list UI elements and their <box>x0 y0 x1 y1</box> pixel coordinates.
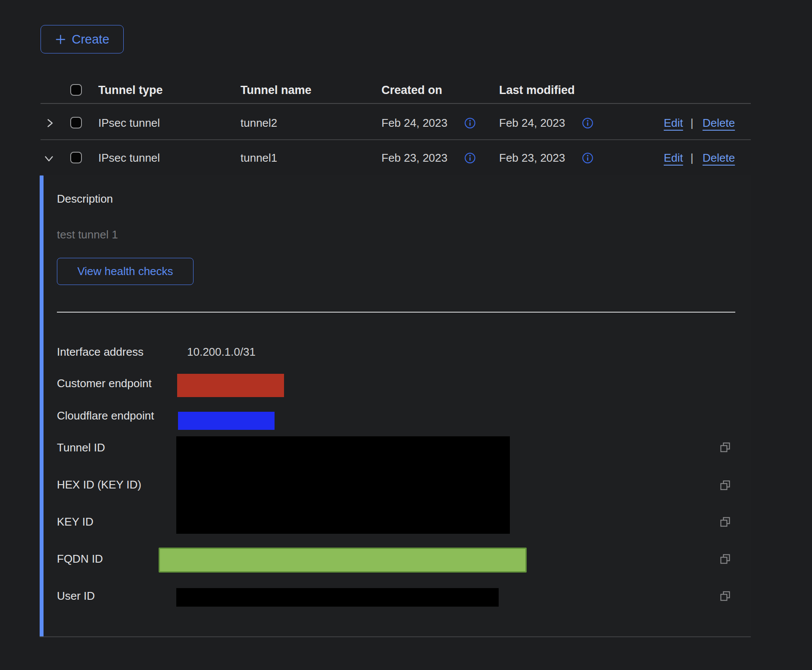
action-separator: | <box>690 116 693 130</box>
select-row-checkbox[interactable] <box>70 152 82 163</box>
header-divider <box>41 103 751 104</box>
copy-icon[interactable] <box>719 553 731 565</box>
tunnel-details-panel: Description test tunnel 1 View health ch… <box>40 175 751 637</box>
hex-id-label: HEX ID (KEY ID) <box>57 478 141 492</box>
tunnel-type-cell: IPsec tunnel <box>98 151 160 165</box>
section-divider <box>57 312 735 313</box>
last-modified-cell: Feb 23, 2023 <box>499 151 565 165</box>
column-header-last-modified: Last modified <box>499 84 575 97</box>
interface-address-label: Interface address <box>57 345 144 359</box>
key-id-label: KEY ID <box>57 515 94 529</box>
view-health-checks-label: View health checks <box>77 265 173 278</box>
description-value: test tunnel 1 <box>57 228 118 241</box>
cloudflare-endpoint-label: Cloudflare endpoint <box>57 409 154 423</box>
fqdn-id-label: FQDN ID <box>57 552 103 566</box>
create-button-label: Create <box>72 32 109 47</box>
cloudflare-endpoint-redaction <box>178 412 275 430</box>
action-separator: | <box>690 151 693 165</box>
column-header-tunnel-name: Tunnel name <box>240 84 312 97</box>
column-header-created-on: Created on <box>381 84 442 97</box>
edit-link[interactable]: Edit <box>664 116 683 130</box>
tunnel-name-cell: tunnel2 <box>240 116 277 130</box>
expanded-row-accent-bar <box>40 175 44 637</box>
user-id-label: User ID <box>57 589 95 603</box>
tunnel-name-cell: tunnel1 <box>240 151 277 165</box>
column-header-tunnel-type: Tunnel type <box>98 84 163 97</box>
copy-icon[interactable] <box>719 590 731 602</box>
tunnel-id-redaction <box>176 436 510 534</box>
customer-endpoint-label: Customer endpoint <box>57 377 152 390</box>
created-on-cell: Feb 24, 2023 <box>381 116 447 130</box>
delete-link[interactable]: Delete <box>703 116 735 130</box>
delete-link[interactable]: Delete <box>703 151 735 165</box>
info-icon[interactable] <box>582 152 593 164</box>
copy-icon[interactable] <box>719 441 731 454</box>
tunnels-page: Create Tunnel type Tunnel name Created o… <box>0 0 812 670</box>
fqdn-id-redaction <box>159 548 527 573</box>
tunnel-id-label: Tunnel ID <box>57 441 105 454</box>
last-modified-cell: Feb 24, 2023 <box>499 116 565 130</box>
chevron-right-icon[interactable] <box>44 117 56 129</box>
create-button[interactable]: Create <box>41 25 124 53</box>
chevron-down-icon[interactable] <box>43 153 55 164</box>
view-health-checks-button[interactable]: View health checks <box>57 258 194 285</box>
interface-address-value: 10.200.1.0/31 <box>187 345 256 359</box>
info-icon[interactable] <box>464 152 476 164</box>
customer-endpoint-redaction <box>177 374 284 397</box>
select-row-checkbox[interactable] <box>70 117 82 128</box>
copy-icon[interactable] <box>719 479 731 492</box>
edit-link[interactable]: Edit <box>664 151 683 165</box>
row-divider <box>41 139 751 140</box>
copy-icon[interactable] <box>719 516 731 528</box>
user-id-redaction <box>176 588 499 607</box>
info-icon[interactable] <box>582 117 593 129</box>
tunnel-type-cell: IPsec tunnel <box>98 116 160 130</box>
info-icon[interactable] <box>464 117 476 129</box>
plus-icon <box>55 34 66 45</box>
table-bottom-divider <box>40 636 751 637</box>
created-on-cell: Feb 23, 2023 <box>381 151 447 165</box>
select-all-checkbox[interactable] <box>70 84 82 96</box>
description-label: Description <box>57 192 113 206</box>
